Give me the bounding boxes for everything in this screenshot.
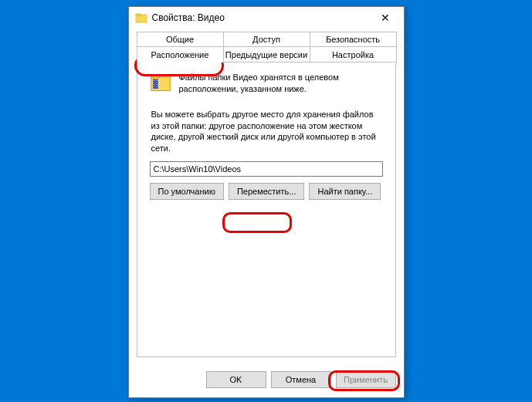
dialog-footer: OK Отмена Применить [129,365,404,397]
tab-security[interactable]: Безопасность [310,32,397,47]
tab-location[interactable]: Расположение [137,47,224,62]
info-text: Файлы папки Видео хранятся в целевом рас… [179,72,383,95]
svg-rect-0 [136,15,147,22]
titlebar: Свойства: Видео ✕ [129,7,404,29]
tab-general[interactable]: Общие [137,32,224,47]
ok-button[interactable]: OK [206,371,266,388]
restore-default-button[interactable]: По умолчанию [150,183,224,200]
tab-prev-versions[interactable]: Предыдущие версии [223,47,310,62]
close-button[interactable]: ✕ [370,9,401,26]
tab-content: Файлы папки Видео хранятся в целевом рас… [137,62,396,357]
path-input[interactable] [150,161,383,177]
apply-button[interactable]: Применить [336,371,396,388]
tab-customize[interactable]: Настройка [310,47,397,62]
cancel-button[interactable]: Отмена [271,371,331,388]
svg-point-13 [157,84,158,85]
svg-point-7 [153,80,154,81]
description-text: Вы можете выбрать другое место для хране… [150,109,383,154]
svg-point-10 [153,86,154,87]
tabstrip: Общие Доступ Безопасность Расположение П… [137,32,396,62]
properties-dialog: Свойства: Видео ✕ Общие Доступ Безопасно… [128,6,405,398]
svg-point-14 [157,86,158,87]
find-folder-button[interactable]: Найти папку... [309,183,381,200]
videos-folder-icon [150,72,171,93]
svg-point-11 [157,80,158,81]
move-button[interactable]: Переместить... [229,183,305,200]
svg-point-9 [153,84,154,85]
svg-point-12 [157,82,158,83]
folder-icon [135,12,147,24]
window-title: Свойства: Видео [152,12,370,23]
tab-access[interactable]: Доступ [223,32,310,47]
svg-rect-3 [151,76,159,78]
svg-point-8 [153,82,154,83]
svg-rect-1 [136,14,141,15]
